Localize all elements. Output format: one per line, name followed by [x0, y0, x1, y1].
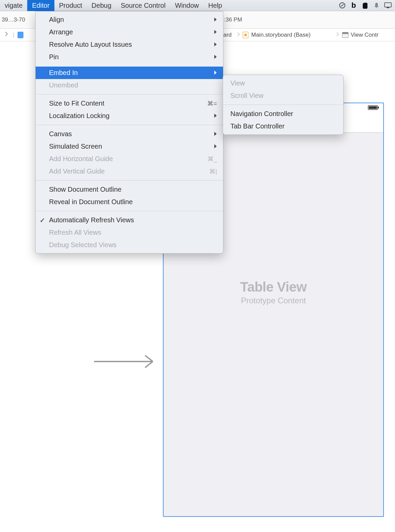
pathbar-back-icon[interactable]: [3, 31, 9, 38]
breadcrumb-main[interactable]: Main.storyboard (Base): [251, 32, 311, 38]
menubar-item-source-control[interactable]: Source Control: [116, 0, 170, 11]
menubar-item-editor[interactable]: Editor: [27, 0, 54, 11]
submenu-nav-label: Navigation Controller: [230, 110, 293, 118]
pathbar-pipe: |: [11, 32, 16, 38]
menu-auto-refresh-views[interactable]: ✓ Automatically Refresh Views: [36, 214, 223, 226]
menu-size-to-fit[interactable]: Size to Fit Content ⌘=: [36, 97, 223, 110]
storyboard-file-icon: [243, 32, 249, 38]
menu-resolve-label: Resolve Auto Layout Issues: [49, 41, 132, 48]
submenu-arrow-icon: [214, 53, 217, 61]
menu-pin[interactable]: Pin: [36, 51, 223, 63]
svg-rect-3: [18, 32, 23, 38]
menu-size-to-fit-shortcut: ⌘=: [207, 100, 217, 107]
menu-debug-selected-label: Debug Selected Views: [49, 241, 117, 249]
tray-display-icon[interactable]: [384, 2, 392, 9]
menu-reveal-doc-outline[interactable]: Reveal in Document Outline: [36, 196, 223, 208]
menu-refresh-all-views: Refresh All Views: [36, 226, 223, 239]
chevron-right-icon-2: [336, 32, 339, 38]
menu-show-doc-outline[interactable]: Show Document Outline: [36, 183, 223, 196]
tray-bell-icon[interactable]: [373, 2, 380, 9]
menu-resolve-auto-layout[interactable]: Resolve Auto Layout Issues: [36, 38, 223, 51]
menu-divider: [36, 94, 223, 94]
menubar-item-navigate[interactable]: vigate: [0, 0, 27, 11]
tray-circle-icon[interactable]: [339, 2, 346, 9]
menu-add-v-guide-label: Add Vertical Guide: [49, 167, 105, 175]
checkmark-icon: ✓: [40, 216, 45, 224]
menu-add-h-guide-label: Add Horizontal Guide: [49, 155, 113, 163]
menubar-item-debug[interactable]: Debug: [87, 0, 116, 11]
breadcrumb-ard[interactable]: ard: [223, 32, 232, 38]
tray-b-icon[interactable]: b: [350, 2, 357, 9]
menubar: vigate Editor Product Debug Source Contr…: [0, 0, 395, 11]
menu-simulated-screen[interactable]: Simulated Screen: [36, 140, 223, 153]
menu-arrange-label: Arrange: [49, 28, 73, 36]
arrow-annotation-icon: [94, 351, 161, 373]
menu-simulated-screen-label: Simulated Screen: [49, 143, 102, 150]
menu-unembed: Unembed: [36, 79, 223, 91]
menu-pin-label: Pin: [49, 53, 59, 61]
menu-embed-in[interactable]: Embed In: [36, 67, 223, 79]
menu-arrange[interactable]: Arrange: [36, 26, 223, 38]
submenu-tab-bar-controller[interactable]: Tab Bar Controller: [223, 120, 343, 132]
menu-add-v-guide-shortcut: ⌘|: [209, 168, 217, 175]
submenu-view: View: [223, 77, 343, 89]
svg-rect-1: [385, 3, 391, 7]
menu-divider: [36, 180, 223, 181]
menu-auto-refresh-label: Automatically Refresh Views: [49, 216, 134, 224]
menu-size-to-fit-label: Size to Fit Content: [49, 100, 104, 107]
submenu-arrow-icon: [214, 130, 217, 138]
menubar-item-window[interactable]: Window: [170, 0, 204, 11]
breadcrumb-vc[interactable]: View Contr: [351, 32, 379, 38]
svg-point-5: [244, 34, 247, 36]
svg-rect-10: [378, 107, 379, 109]
menubar-item-help[interactable]: Help: [204, 0, 227, 11]
tray-evernote-icon[interactable]: [361, 2, 369, 9]
submenu-view-label: View: [230, 79, 245, 87]
svg-rect-7: [342, 32, 348, 34]
menu-embed-in-label: Embed In: [49, 69, 78, 77]
menu-divider: [36, 125, 223, 125]
submenu-arrow-icon: [214, 28, 217, 36]
menu-debug-selected-views: Debug Selected Views: [36, 239, 223, 251]
submenu-scroll-view: Scroll View: [223, 89, 343, 102]
menu-show-doc-outline-label: Show Document Outline: [49, 186, 122, 193]
menu-canvas-label: Canvas: [49, 130, 72, 138]
svg-rect-9: [369, 106, 377, 109]
menu-reveal-doc-outline-label: Reveal in Document Outline: [49, 198, 133, 206]
menu-unembed-label: Unembed: [49, 81, 78, 89]
chevron-right-icon: [237, 32, 240, 38]
menu-divider: [36, 211, 223, 211]
menu-align-label: Align: [49, 16, 64, 24]
menu-align[interactable]: Align: [36, 13, 223, 26]
menu-divider: [223, 105, 343, 105]
xcode-file-icon: [17, 32, 24, 38]
menubar-item-product[interactable]: Product: [54, 0, 87, 11]
menu-localization-label: Localization Locking: [49, 112, 109, 120]
menu-refresh-all-label: Refresh All Views: [49, 229, 101, 236]
menu-add-h-guide: Add Horizontal Guide ⌘_: [36, 153, 223, 165]
menu-localization-locking[interactable]: Localization Locking: [36, 110, 223, 122]
menubar-tray: b: [339, 2, 395, 9]
submenu-arrow-icon: [214, 16, 217, 24]
table-view-subtitle: Prototype Content: [241, 296, 306, 305]
submenu-arrow-icon: [214, 41, 217, 48]
submenu-scroll-view-label: Scroll View: [230, 92, 264, 100]
editor-menu: Align Arrange Resolve Auto Layout Issues…: [35, 11, 223, 254]
table-view-title: Table View: [240, 279, 307, 295]
submenu-tab-label: Tab Bar Controller: [230, 122, 284, 130]
toolbar-text-left: 39…3-70: [2, 16, 25, 23]
menubar-left: vigate Editor Product Debug Source Contr…: [0, 0, 339, 11]
toolbar-text-right: :36 PM: [224, 16, 242, 23]
battery-icon: [368, 105, 379, 111]
submenu-navigation-controller[interactable]: Navigation Controller: [223, 108, 343, 120]
embed-in-submenu: View Scroll View Navigation Controller T…: [223, 75, 344, 135]
viewcontroller-icon: [342, 32, 349, 38]
menu-canvas[interactable]: Canvas: [36, 128, 223, 140]
submenu-arrow-icon: [214, 69, 217, 77]
menu-add-h-guide-shortcut: ⌘_: [208, 155, 217, 163]
menu-add-v-guide: Add Vertical Guide ⌘|: [36, 165, 223, 178]
svg-rect-2: [387, 7, 389, 8]
submenu-arrow-icon: [214, 143, 217, 150]
submenu-arrow-icon: [214, 112, 217, 120]
